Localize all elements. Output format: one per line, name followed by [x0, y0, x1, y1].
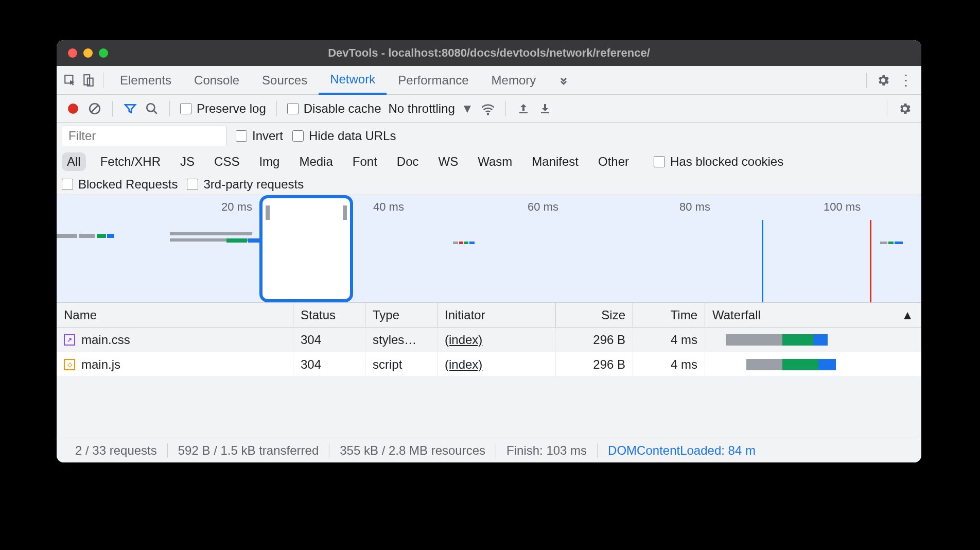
record-button[interactable]	[66, 101, 80, 116]
minimize-window[interactable]	[83, 48, 93, 58]
request-type: styles…	[365, 328, 437, 352]
filter-type-ws[interactable]: WS	[433, 152, 464, 171]
svg-point-4	[147, 104, 154, 111]
file-js-icon: ◇	[64, 359, 75, 370]
col-type[interactable]: Type	[365, 303, 437, 327]
close-window[interactable]	[68, 48, 77, 58]
filter-type-all[interactable]: All	[62, 152, 86, 171]
col-initiator[interactable]: Initiator	[437, 303, 556, 327]
status-bar: 2 / 33 requests 592 B / 1.5 kB transferr…	[57, 438, 921, 462]
tab-performance[interactable]: Performance	[387, 66, 480, 94]
table-row[interactable]: ◇main.js304script(index)296 B4 ms	[57, 352, 921, 377]
svg-rect-7	[541, 112, 549, 113]
request-waterfall	[705, 328, 921, 352]
blocked-requests-checkbox[interactable]: Blocked Requests	[62, 177, 178, 192]
filter-input[interactable]	[62, 126, 226, 146]
type-filters: AllFetch/XHRJSCSSImgMediaFontDocWSWasmMa…	[57, 149, 921, 174]
kebab-menu-icon[interactable]: ⋮	[895, 72, 917, 89]
throttling-select[interactable]: No throttling ▼	[388, 101, 473, 116]
filter-type-media[interactable]: Media	[294, 152, 338, 171]
upload-har-icon[interactable]	[516, 101, 531, 116]
col-name[interactable]: Name	[57, 303, 293, 327]
window-controls	[57, 48, 108, 58]
third-party-checkbox[interactable]: 3rd-party requests	[187, 177, 304, 192]
status-transferred: 592 B / 1.5 kB transferred	[168, 443, 329, 458]
filter-row: Invert Hide data URLs	[57, 123, 921, 149]
request-name: main.css	[81, 333, 130, 347]
settings-icon[interactable]	[872, 73, 895, 88]
network-conditions-icon[interactable]	[481, 101, 495, 116]
preserve-log-label: Preserve log	[197, 101, 266, 116]
tab-elements[interactable]: Elements	[109, 66, 183, 94]
throttling-label: No throttling	[388, 101, 454, 116]
file-css-icon: ↗	[64, 334, 75, 346]
tab-sources[interactable]: Sources	[251, 66, 319, 94]
tick-80ms: 80 ms	[679, 200, 710, 214]
request-initiator[interactable]: (index)	[437, 352, 556, 376]
hide-data-urls-checkbox[interactable]: Hide data URLs	[292, 129, 396, 143]
device-toggle-icon[interactable]	[79, 71, 98, 90]
has-blocked-cookies-checkbox[interactable]: Has blocked cookies	[654, 154, 783, 169]
request-time: 4 ms	[633, 352, 705, 376]
timeline-selection[interactable]	[259, 195, 353, 302]
tick-20ms: 20 ms	[221, 200, 252, 214]
zoom-window[interactable]	[99, 48, 108, 58]
filter-type-wasm[interactable]: Wasm	[472, 152, 517, 171]
filter-type-doc[interactable]: Doc	[392, 152, 424, 171]
more-tabs-icon[interactable]	[554, 71, 573, 90]
col-status[interactable]: Status	[293, 303, 365, 327]
filter-type-font[interactable]: Font	[347, 152, 382, 171]
status-requests: 2 / 33 requests	[65, 443, 168, 458]
invert-checkbox[interactable]: Invert	[236, 129, 283, 143]
window-title: DevTools - localhost:8080/docs/devtools/…	[57, 46, 921, 60]
col-waterfall[interactable]: Waterfall▲	[705, 303, 921, 327]
svg-rect-6	[519, 112, 528, 113]
col-size[interactable]: Size	[556, 303, 633, 327]
caret-down-icon: ▼	[461, 101, 474, 116]
clear-icon[interactable]	[87, 101, 102, 116]
table-row[interactable]: ↗main.css304styles…(index)296 B4 ms	[57, 328, 921, 352]
request-size: 296 B	[556, 352, 633, 376]
filter-type-other[interactable]: Other	[593, 152, 634, 171]
request-status: 304	[293, 328, 365, 352]
status-finish: Finish: 103 ms	[496, 443, 598, 458]
request-time: 4 ms	[633, 328, 705, 352]
timeline-overview[interactable]: 20 ms 40 ms 60 ms 80 ms 100 ms	[57, 195, 921, 303]
tick-100ms: 100 ms	[824, 200, 861, 214]
sort-indicator-icon: ▲	[901, 308, 914, 322]
filter-type-img[interactable]: Img	[254, 152, 285, 171]
extra-filters: Blocked Requests 3rd-party requests	[57, 174, 921, 195]
tab-memory[interactable]: Memory	[480, 66, 548, 94]
filter-icon[interactable]	[123, 101, 137, 116]
download-har-icon[interactable]	[538, 101, 552, 116]
request-name: main.js	[81, 357, 120, 372]
load-marker	[870, 220, 871, 302]
request-type: script	[365, 352, 437, 376]
preserve-log-checkbox[interactable]: Preserve log	[180, 101, 266, 116]
request-size: 296 B	[556, 328, 633, 352]
status-resources: 355 kB / 2.8 MB resources	[329, 443, 496, 458]
status-domcontentloaded: DOMContentLoaded: 84 m	[598, 443, 766, 458]
request-waterfall	[705, 352, 921, 376]
selection-handle-left[interactable]	[266, 205, 270, 220]
devtools-tabs: ElementsConsoleSourcesNetworkPerformance…	[57, 66, 921, 95]
search-icon[interactable]	[145, 101, 159, 116]
panel-settings-icon[interactable]	[898, 101, 912, 116]
filter-type-fetchxhr[interactable]: Fetch/XHR	[95, 152, 166, 171]
request-initiator[interactable]: (index)	[437, 328, 556, 352]
request-status: 304	[293, 352, 365, 376]
col-time[interactable]: Time	[633, 303, 705, 327]
tab-network[interactable]: Network	[319, 66, 387, 95]
inspect-icon[interactable]	[61, 71, 79, 90]
titlebar: DevTools - localhost:8080/docs/devtools/…	[57, 40, 921, 66]
network-toolbar: Preserve log Disable cache No throttling…	[57, 95, 921, 123]
request-table-body: ↗main.css304styles…(index)296 B4 ms◇main…	[57, 328, 921, 377]
tick-60ms: 60 ms	[528, 200, 558, 214]
filter-type-css[interactable]: CSS	[209, 152, 244, 171]
selection-handle-right[interactable]	[343, 205, 347, 220]
tab-console[interactable]: Console	[183, 66, 251, 94]
filter-type-manifest[interactable]: Manifest	[527, 152, 584, 171]
disable-cache-checkbox[interactable]: Disable cache	[287, 101, 381, 116]
svg-point-5	[487, 113, 488, 114]
filter-type-js[interactable]: JS	[175, 152, 200, 171]
